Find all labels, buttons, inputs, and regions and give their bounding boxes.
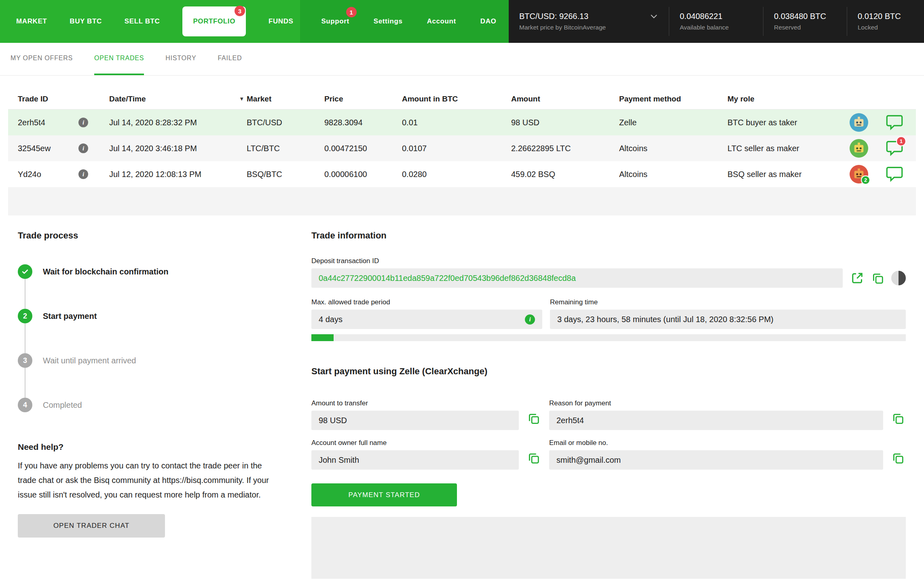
cell-payment-method: Zelle (619, 118, 727, 127)
reserved-balance-label: Reserved (774, 24, 847, 31)
top-navbar: MARKET BUY BTC SELL BTC PORTFOLIO 3 FUND… (0, 0, 924, 43)
available-balance: 0.04086221 Available balance (669, 12, 763, 31)
tx-confirmation-indicator (891, 271, 906, 285)
peer-avatar[interactable] (850, 139, 868, 158)
header-date-time-label: Date/Time (109, 95, 146, 103)
cell-market: LTC/BTC (247, 144, 324, 153)
header-trade-id[interactable]: Trade ID (18, 95, 78, 103)
need-help-title: Need help? (18, 442, 285, 452)
copy-tx-button[interactable] (871, 272, 885, 285)
cell-payment-method: Altcoins (619, 144, 727, 153)
remaining-time-label: Remaining time (550, 298, 906, 306)
copy-amount-button[interactable] (527, 412, 541, 427)
tab-open-trades[interactable]: OPEN TRADES (94, 43, 144, 75)
available-balance-label: Available balance (680, 24, 763, 31)
cell-market: BTC/USD (247, 118, 324, 127)
amount-to-transfer-field[interactable]: 98 USD (311, 411, 519, 430)
available-balance-value: 0.04086221 (680, 12, 763, 21)
nav-item-support-label: Support (321, 17, 349, 25)
open-external-link-button[interactable] (850, 271, 865, 285)
copy-email-button[interactable] (891, 451, 905, 467)
info-icon[interactable]: i (78, 118, 88, 127)
trade-steps: Wait for blockchain confirmation 2 Start… (18, 264, 285, 412)
market-price-selector[interactable]: BTC/USD: 9266.13 Market price by Bitcoin… (509, 12, 669, 31)
step-completed: 4 Completed (18, 398, 285, 412)
robot-avatar-icon (852, 116, 866, 129)
chat-icon (886, 166, 903, 182)
step-wait-payment-arrived: 3 Wait until payment arrived (18, 353, 285, 368)
cell-date: Jul 12, 2020 12:08:13 PM (109, 170, 247, 179)
nav-item-funds[interactable]: FUNDS (269, 17, 294, 25)
peer-avatar[interactable] (850, 113, 868, 132)
header-my-role[interactable]: My role (727, 95, 850, 103)
step-label: Wait for blockchain confirmation (43, 267, 168, 276)
nav-item-buy-btc[interactable]: BUY BTC (70, 17, 101, 25)
header-date-time[interactable]: Date/Time ▼ (109, 95, 247, 103)
trade-chat-button[interactable] (886, 166, 903, 182)
info-icon[interactable]: i (525, 314, 535, 325)
nav-item-dao[interactable]: DAO (480, 17, 497, 25)
locked-balance-value: 0.0120 BTC (858, 12, 924, 21)
trade-chat-button[interactable]: 1 (886, 140, 903, 156)
reserved-balance: 0.038480 BTC Reserved (763, 12, 847, 31)
cell-price: 9828.3094 (324, 118, 402, 127)
nav-item-settings[interactable]: Settings (374, 17, 403, 25)
cell-amount-btc: 0.0280 (402, 170, 511, 179)
payment-started-button[interactable]: PAYMENT STARTED (311, 483, 457, 506)
reason-for-payment-field[interactable]: 2erh5t4 (549, 411, 883, 430)
info-icon[interactable]: i (78, 143, 88, 153)
cell-my-role: LTC seller as maker (727, 144, 850, 153)
trade-period-value: 4 days (319, 315, 343, 324)
header-amount[interactable]: Amount (511, 95, 619, 103)
tab-history[interactable]: HISTORY (165, 43, 196, 75)
header-price[interactable]: Price (324, 95, 402, 103)
trade-chat-button[interactable] (886, 114, 903, 131)
portfolio-tabbar: MY OPEN OFFERS OPEN TRADES HISTORY FAILE… (0, 43, 924, 76)
nav-item-portfolio[interactable]: PORTFOLIO 3 (182, 6, 246, 36)
step-start-payment: 2 Start payment (18, 309, 285, 323)
email-or-mobile-field[interactable]: smith@gmail.com (549, 450, 883, 470)
nav-item-portfolio-label: PORTFOLIO (193, 17, 235, 25)
trade-information-panel: Trade information Deposit transaction ID… (311, 230, 906, 579)
step-done-circle (18, 264, 32, 279)
cell-amount-btc: 0.01 (402, 118, 511, 127)
cell-trade-id: 32545ew (18, 144, 78, 153)
table-row[interactable]: Yd24o i Jul 12, 2020 12:08:13 PM BSQ/BTC… (8, 161, 916, 187)
trade-process-title: Trade process (18, 230, 285, 241)
robot-avatar-icon (852, 141, 866, 155)
header-payment-method[interactable]: Payment method (619, 95, 727, 103)
info-icon[interactable]: i (78, 169, 88, 179)
copy-reason-button[interactable] (891, 412, 905, 427)
portfolio-notification-badge: 3 (235, 6, 245, 16)
header-market[interactable]: Market (247, 95, 324, 103)
bisq-app-window: MARKET BUY BTC SELL BTC PORTFOLIO 3 FUND… (0, 0, 924, 582)
header-amount-btc[interactable]: Amount in BTC (402, 95, 511, 103)
market-price-provider: Market price by BitcoinAverage (519, 24, 669, 31)
nav-item-support[interactable]: Support 1 (321, 17, 349, 25)
trade-information-title: Trade information (311, 230, 906, 241)
market-price-value: BTC/USD: 9266.13 (519, 12, 588, 21)
peer-avatar[interactable]: 2 (850, 165, 868, 183)
tab-my-open-offers[interactable]: MY OPEN OFFERS (11, 43, 73, 75)
nav-item-account[interactable]: Account (427, 17, 456, 25)
trade-period-progress-bar (311, 334, 906, 341)
nav-item-sell-btc[interactable]: SELL BTC (125, 17, 160, 25)
table-row[interactable]: 32545ew i Jul 14, 2020 3:46:18 PM LTC/BT… (8, 135, 916, 161)
copy-icon (871, 272, 885, 285)
trade-period-field[interactable]: 4 days i (311, 310, 542, 329)
open-trader-chat-button[interactable]: OPEN TRADER CHAT (18, 514, 165, 538)
step-number: 4 (23, 401, 27, 409)
remaining-time-field[interactable]: 3 days, 23 hours, 58 minutes (until Jul … (550, 310, 906, 329)
cell-payment-method: Altcoins (619, 170, 727, 179)
deposit-tx-field[interactable]: 0a44c27722900014b11eda859a722f0ed70543b9… (311, 268, 843, 288)
tab-failed[interactable]: FAILED (218, 43, 242, 75)
account-owner-field[interactable]: John Smith (311, 450, 519, 470)
cell-date: Jul 14, 2020 3:46:18 PM (109, 144, 247, 153)
table-row[interactable]: 2erh5t4 i Jul 14, 2020 8:28:32 PM BTC/US… (8, 110, 916, 135)
amount-to-transfer-label: Amount to transfer (311, 399, 519, 407)
copy-owner-button[interactable] (527, 451, 541, 467)
cell-trade-id: 2erh5t4 (18, 118, 78, 127)
reason-for-payment-label: Reason for payment (549, 399, 883, 407)
cell-amount-btc: 0.0107 (402, 144, 511, 153)
nav-item-market[interactable]: MARKET (16, 17, 47, 25)
